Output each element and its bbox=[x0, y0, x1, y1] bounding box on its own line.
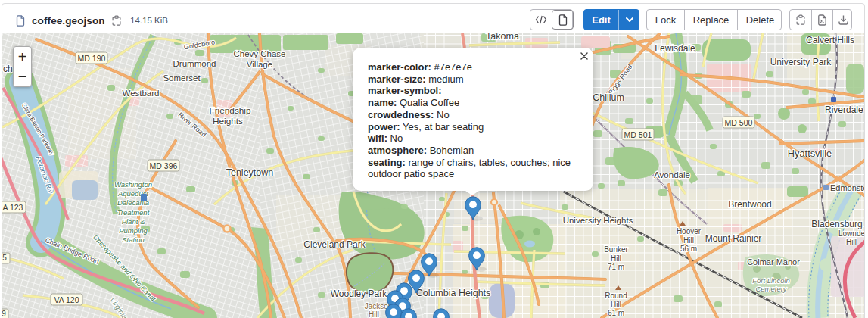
svg-text:61 m: 61 m bbox=[608, 309, 624, 317]
svg-text:Plant &: Plant & bbox=[122, 217, 145, 226]
svg-text:Calvert Hills: Calvert Hills bbox=[806, 35, 854, 45]
svg-text:Lownde: Lownde bbox=[838, 229, 864, 238]
svg-text:Chillum: Chillum bbox=[593, 92, 624, 103]
svg-text:VA 120: VA 120 bbox=[54, 295, 79, 304]
svg-text:Tenleytown: Tenleytown bbox=[226, 167, 274, 178]
svg-text:Washington: Washington bbox=[114, 180, 152, 189]
svg-text:MD 396: MD 396 bbox=[150, 161, 178, 170]
svg-text:Avondale: Avondale bbox=[654, 170, 690, 179]
svg-text:9: 9 bbox=[2, 310, 6, 318]
svg-text:Colmar Manor: Colmar Manor bbox=[747, 257, 800, 267]
svg-text:Pumping: Pumping bbox=[119, 226, 148, 235]
svg-text:Hill: Hill bbox=[846, 238, 857, 246]
svg-text:Brentwood: Brentwood bbox=[728, 199, 771, 210]
svg-text:Friendship: Friendship bbox=[209, 105, 251, 116]
svg-text:Hyattsville: Hyattsville bbox=[788, 148, 832, 159]
svg-text:Bunker: Bunker bbox=[604, 245, 628, 254]
svg-text:Woodley Park: Woodley Park bbox=[331, 288, 387, 299]
svg-text:Station: Station bbox=[122, 235, 145, 244]
svg-text:Fort Lincoln: Fort Lincoln bbox=[752, 276, 790, 285]
svg-text:ch: ch bbox=[3, 64, 13, 74]
svg-text:Hill: Hill bbox=[611, 254, 621, 263]
svg-text:Round: Round bbox=[605, 292, 627, 300]
svg-text:Westbard: Westbard bbox=[122, 89, 159, 98]
svg-text:Drummond: Drummond bbox=[173, 59, 216, 68]
svg-text:MD 501: MD 501 bbox=[624, 130, 652, 139]
svg-text:Bladensburg: Bladensburg bbox=[811, 219, 862, 229]
svg-text:Heights: Heights bbox=[213, 116, 243, 126]
svg-text:MD 500: MD 500 bbox=[725, 118, 753, 127]
svg-text:Hill: Hill bbox=[683, 236, 694, 245]
svg-text:56 m: 56 m bbox=[680, 245, 697, 253]
svg-text:Lewisdale: Lewisdale bbox=[655, 43, 695, 54]
svg-text:Cemetery: Cemetery bbox=[755, 285, 787, 293]
svg-text:5: 5 bbox=[2, 254, 7, 262]
svg-text:Chevy Chase: Chevy Chase bbox=[233, 49, 285, 58]
svg-text:Hoover: Hoover bbox=[677, 227, 702, 235]
svg-text:Columbia Heights: Columbia Heights bbox=[416, 288, 491, 298]
svg-text:Treatment: Treatment bbox=[117, 208, 150, 217]
svg-text:Village: Village bbox=[247, 60, 272, 69]
svg-text:Edmonston: Edmonston bbox=[830, 183, 864, 192]
svg-text:Mount Rainier: Mount Rainier bbox=[705, 233, 762, 244]
svg-text:MD 190: MD 190 bbox=[78, 54, 106, 63]
svg-text:Riverdale: Riverdale bbox=[825, 104, 863, 115]
svg-text:University Heights: University Heights bbox=[563, 216, 633, 225]
svg-text:A 123: A 123 bbox=[3, 203, 23, 212]
svg-text:Hill: Hill bbox=[369, 310, 379, 318]
svg-text:University Park: University Park bbox=[770, 57, 832, 67]
svg-text:Cleveland Park: Cleveland Park bbox=[303, 239, 366, 250]
svg-text:Hill: Hill bbox=[611, 301, 621, 309]
svg-text:71 m: 71 m bbox=[608, 263, 624, 271]
svg-text:Takoma: Takoma bbox=[486, 33, 519, 42]
svg-text:Somerset: Somerset bbox=[163, 73, 201, 83]
